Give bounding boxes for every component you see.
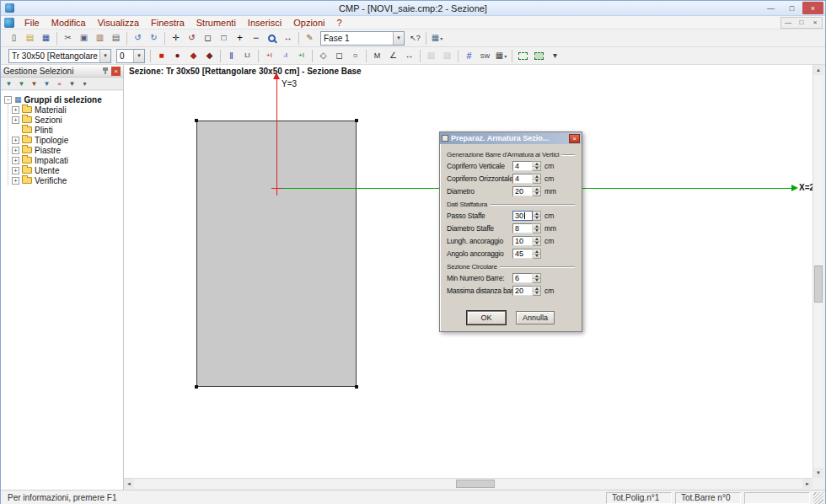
menu-item-opzioni[interactable]: Opzioni [287,18,330,28]
zoom-icon[interactable] [264,30,280,46]
spin-down-icon[interactable] [533,242,540,246]
round-corner-icon[interactable]: ◻ [331,48,347,63]
pan-view-icon[interactable]: ↔ [280,30,296,46]
maximize-button[interactable]: □ [781,2,802,14]
filter-apply-icon[interactable]: ▼ [41,78,52,88]
selection-more-icon[interactable]: ▾ [547,48,563,63]
minimize-button[interactable]: — [760,2,781,14]
bar-points-icon[interactable]: ◆ [185,48,201,63]
material-icon[interactable]: M [369,48,385,63]
scroll-left-icon[interactable]: ◄ [124,479,134,489]
massima-distanza-barre-input[interactable]: 20 [512,286,533,296]
filter-clear-icon[interactable]: × [54,78,65,88]
angle-icon[interactable]: ∠ [385,48,401,63]
add-bar-icon[interactable]: +I [261,48,277,63]
copy-icon[interactable]: ▣ [76,30,92,46]
spin-down-icon[interactable] [533,192,540,196]
angolo-ancoraggio-spinner[interactable] [533,249,541,259]
lungh-ancoraggio-spinner[interactable] [533,236,541,246]
tree-root[interactable]: −▦Gruppi di selezione [4,94,123,105]
section-combo[interactable]: Tr 30x50 [Rettangolare 30x50 cm]▾ [8,49,111,63]
passo-staffe-input[interactable]: 30 [512,211,533,221]
ok-button[interactable]: OK [467,311,506,324]
expand-icon[interactable]: + [12,106,19,114]
mdi-minimize-button[interactable]: — [781,18,795,28]
filter-remove-icon[interactable]: ▼ [29,78,40,88]
autohide-pin-icon[interactable] [102,67,109,75]
collapse-expander-icon[interactable]: − [4,96,12,104]
zoom-window-icon[interactable]: □ [216,30,232,46]
dialog-close-icon[interactable]: × [569,134,580,143]
tree-item-materiali[interactable]: +Materiali [12,105,123,115]
filter-add-icon[interactable]: ▼ [16,78,27,88]
dialog-titlebar[interactable]: Preparaz. Armatura Sezio... × [440,132,582,144]
snap-icon[interactable]: SW [477,48,493,63]
bar-circle-icon[interactable]: ● [169,48,185,63]
circle-tool-icon[interactable]: ○ [347,48,363,63]
scroll-down-icon[interactable]: ▼ [813,468,823,478]
tree-item-plinti[interactable]: Plinti [12,125,123,135]
diametro-spinner[interactable] [533,186,541,196]
expand-icon[interactable]: + [12,167,19,174]
expand-icon[interactable]: + [12,177,19,185]
edit-bar-icon[interactable]: +I [293,48,309,63]
expand-icon[interactable]: + [12,157,19,164]
spin-down-icon[interactable] [533,217,540,221]
copriferro-verticale-input[interactable]: 4 [512,161,533,171]
close-button[interactable]: × [802,2,823,14]
cut-icon[interactable]: ✂ [60,30,76,46]
redraw-icon[interactable]: ✎ [302,30,318,46]
horizontal-scrollbar[interactable]: ◄ ► [124,478,813,488]
zoom-out-icon[interactable]: − [248,30,264,46]
polygon-icon[interactable]: ◇ [315,48,331,63]
min-numero-barre-input[interactable]: 6 [512,273,533,283]
menu-item-visualizza[interactable]: Visualizza [92,18,145,28]
copriferro-orizzontale-input[interactable]: 4 [512,174,533,184]
zoom-extents-icon[interactable]: ◻ [200,30,216,46]
tree-item-utente[interactable]: +Utente [12,165,123,175]
menu-item-strumenti[interactable]: Strumenti [190,18,242,28]
redo-icon[interactable]: ↻ [146,30,162,46]
menu-item-inserisci[interactable]: Inserisci [242,18,287,28]
spin-down-icon[interactable] [533,167,540,171]
select-window-icon[interactable] [515,48,531,63]
new-document-icon[interactable]: ▯ [6,30,22,46]
spin-down-icon[interactable] [533,279,540,283]
grid-icon[interactable]: # [461,48,477,63]
expand-icon[interactable]: + [12,137,19,144]
window-layout-icon[interactable]: ▦▾ [429,30,445,46]
scroll-up-icon[interactable]: ▲ [813,65,823,75]
stirrup-li-icon[interactable]: LI [239,48,255,63]
move-view-icon[interactable]: ✛ [168,30,184,46]
tree-item-verifiche[interactable]: +Verifiche [12,175,123,185]
print-icon[interactable]: ▤ [108,30,124,46]
tree-item-sezioni[interactable]: +Sezioni [12,115,123,125]
tree-item-piastre[interactable]: +Piastre [12,145,123,155]
section-combo-arrow-icon[interactable]: ▾ [99,50,110,62]
menu-item-file[interactable]: File [19,18,46,28]
mesh-icon[interactable]: ▦▾ [493,48,509,63]
tree-item-tipologie[interactable]: +Tipologie [12,135,123,145]
index-combo[interactable]: 0▾ [116,49,145,63]
panel-close-icon[interactable]: × [111,67,121,76]
filter-save-icon[interactable]: ▼ [67,78,78,88]
index-combo-arrow-icon[interactable]: ▾ [133,50,144,62]
expand-icon[interactable]: + [12,116,19,124]
copriferro-verticale-spinner[interactable] [533,161,541,171]
select-crossing-icon[interactable] [531,48,547,63]
copriferro-orizzontale-spinner[interactable] [533,174,541,184]
horizontal-scroll-thumb[interactable] [456,480,495,488]
tree-item-impalcati[interactable]: +Impalcati [12,155,123,165]
mdi-restore-button[interactable]: □ [795,18,808,28]
spin-down-icon[interactable] [533,255,540,259]
menu-item-modifica[interactable]: Modifica [46,18,92,28]
mdi-close-button[interactable]: × [808,18,822,28]
lungh-ancoraggio-input[interactable]: 10 [512,236,533,246]
menu-item-finestra[interactable]: Finestra [145,18,190,28]
angolo-ancoraggio-input[interactable]: 45 [512,249,533,259]
save-icon[interactable]: ▦ [38,30,54,46]
resize-grip[interactable] [813,492,823,504]
spin-down-icon[interactable] [533,180,540,184]
fase-combo-arrow-icon[interactable]: ▾ [393,32,404,45]
massima-distanza-barre-spinner[interactable] [533,286,541,296]
